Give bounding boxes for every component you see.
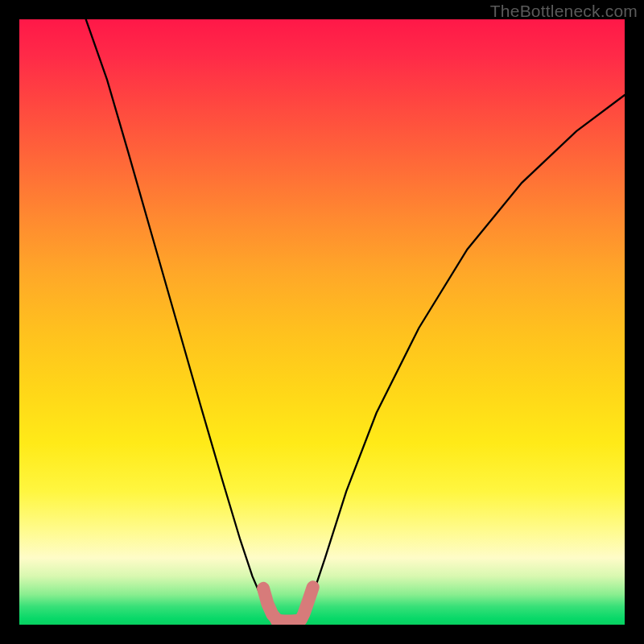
highlight-segment-2	[301, 587, 313, 620]
curve-left-branch	[86, 19, 277, 621]
curve-layer	[19, 19, 625, 625]
chart-outer-frame: TheBottleneck.com	[0, 0, 644, 644]
curve-right-branch	[301, 95, 625, 621]
watermark-label: TheBottleneck.com	[490, 2, 638, 21]
plot-area	[19, 19, 625, 625]
